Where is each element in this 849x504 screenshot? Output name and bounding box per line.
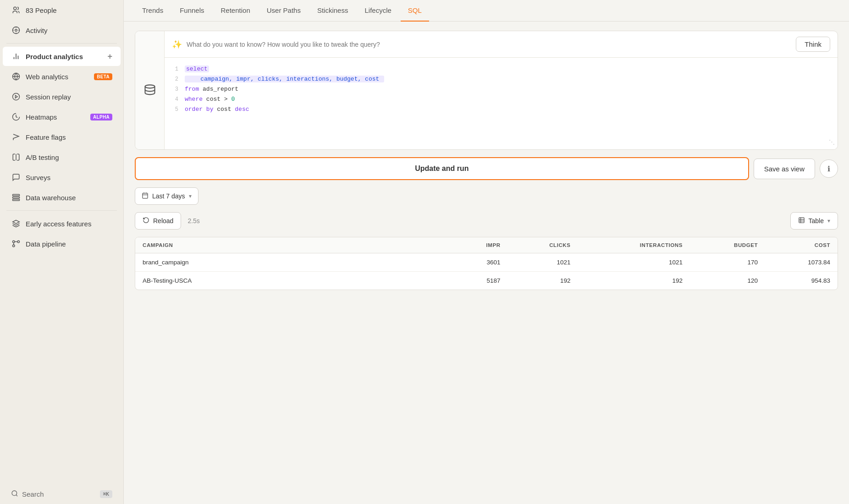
add-analytics-button[interactable]: + <box>107 52 112 61</box>
sidebar-item-label: Feature flags <box>26 133 112 141</box>
query-input-row: ✨ Think <box>165 31 838 58</box>
sidebar-item-label: Activity <box>26 27 112 34</box>
sidebar-item-label: Surveys <box>26 174 112 181</box>
sidebar-item-activity[interactable]: Activity <box>3 21 121 40</box>
cell-interactions: 192 <box>578 272 690 290</box>
divider-2 <box>6 210 117 211</box>
cell-impr: 5187 <box>451 272 507 290</box>
search-row[interactable]: Search ⌘K <box>3 485 121 503</box>
sidebar-item-web-analytics[interactable]: Web analytics BETA <box>3 67 121 86</box>
sidebar-item-label: A/B testing <box>26 153 112 161</box>
flag-icon <box>11 132 21 142</box>
cell-clicks: 1021 <box>508 253 578 272</box>
table-view-button[interactable]: Table ▾ <box>790 212 838 230</box>
col-header-cost[interactable]: COST <box>765 237 838 253</box>
replay-icon <box>11 92 21 102</box>
col-header-budget[interactable]: BUDGET <box>690 237 765 253</box>
save-view-button[interactable]: Save as view <box>754 159 815 179</box>
ab-icon <box>11 152 21 162</box>
cell-interactions: 1021 <box>578 253 690 272</box>
sidebar-item-data-pipeline[interactable]: Data pipeline <box>3 234 121 253</box>
query-timing: 2.5s <box>187 217 199 225</box>
cell-budget: 120 <box>690 272 765 290</box>
svg-rect-21 <box>143 193 148 198</box>
sidebar-item-label: Session replay <box>26 93 112 101</box>
sidebar: 83 People Activity Product analytics + W… <box>0 0 124 504</box>
code-line-3: 3 from ads_report <box>172 84 830 94</box>
alpha-badge: ALPHA <box>90 114 112 121</box>
data-table-wrapper: CAMPAIGN IMPR CLICKS INTERACTIONS BUDGET… <box>135 237 838 290</box>
table-icon <box>798 217 805 225</box>
cell-clicks: 192 <box>508 272 578 290</box>
search-icon <box>11 490 18 499</box>
query-right: ✨ Think 1 select 2 campaign, <box>165 31 838 149</box>
sidebar-item-label: Data warehouse <box>26 194 112 202</box>
table-row[interactable]: brand_campaign 3601 1021 1021 170 1073.8… <box>135 253 838 272</box>
results-table: CAMPAIGN IMPR CLICKS INTERACTIONS BUDGET… <box>135 237 838 290</box>
reload-label: Reload <box>153 217 173 225</box>
people-icon <box>11 5 21 15</box>
action-bar: Update and run Save as view ℹ <box>135 157 838 180</box>
sidebar-item-surveys[interactable]: Surveys <box>3 168 121 187</box>
query-input[interactable] <box>187 41 791 48</box>
tabs-bar: Trends Funnels Retention User Paths Stic… <box>124 0 849 22</box>
cell-impr: 3601 <box>451 253 507 272</box>
code-line-2: 2 campaign, impr, clicks, interactions, … <box>172 74 830 84</box>
sidebar-item-heatmaps[interactable]: Heatmaps ALPHA <box>3 107 121 126</box>
beta-badge: BETA <box>94 73 112 80</box>
cell-campaign: AB-Testing-USCA <box>135 272 451 290</box>
reload-button[interactable]: Reload <box>135 212 181 230</box>
code-line-1: 1 select <box>172 64 830 74</box>
update-run-button[interactable]: Update and run <box>135 157 749 180</box>
ai-sparkle-icon: ✨ <box>172 39 182 49</box>
cell-cost: 954.83 <box>765 272 838 290</box>
tab-lifecycle[interactable]: Lifecycle <box>357 0 398 22</box>
tab-stickiness[interactable]: Stickiness <box>310 0 356 22</box>
col-header-impr[interactable]: IMPR <box>451 237 507 253</box>
sidebar-item-early-access[interactable]: Early access features <box>3 214 121 233</box>
col-header-clicks[interactable]: CLICKS <box>508 237 578 253</box>
code-line-5: 5 order by cost desc <box>172 104 830 115</box>
svg-rect-14 <box>13 199 20 201</box>
svg-marker-9 <box>16 95 18 98</box>
tab-retention[interactable]: Retention <box>214 0 258 22</box>
svg-point-18 <box>12 491 17 496</box>
content-area: ✨ Think 1 select 2 campaign, <box>124 22 849 504</box>
db-icon-box[interactable] <box>135 31 165 149</box>
info-button[interactable]: ℹ <box>820 159 838 178</box>
sidebar-item-feature-flags[interactable]: Feature flags <box>3 127 121 147</box>
sidebar-item-product-analytics[interactable]: Product analytics + <box>3 47 121 66</box>
results-bar: Reload 2.5s Table ▾ <box>135 212 838 230</box>
chevron-down-icon: ▾ <box>189 193 192 199</box>
think-button[interactable]: Think <box>796 37 830 52</box>
tab-sql[interactable]: SQL <box>401 0 429 22</box>
sidebar-item-session-replay[interactable]: Session replay <box>3 87 121 106</box>
sidebar-item-ab-testing[interactable]: A/B testing <box>3 148 121 167</box>
sidebar-item-label: Data pipeline <box>26 240 112 248</box>
svg-line-19 <box>16 495 17 496</box>
sidebar-item-data-warehouse[interactable]: Data warehouse <box>3 188 121 207</box>
tab-trends[interactable]: Trends <box>135 0 171 22</box>
tab-user-paths[interactable]: User Paths <box>259 0 308 22</box>
sidebar-item-label: Heatmaps <box>26 113 86 121</box>
svg-rect-13 <box>13 197 20 198</box>
sidebar-item-people[interactable]: 83 People <box>3 0 121 20</box>
sidebar-item-label: Product analytics <box>26 53 103 60</box>
filter-row: Last 7 days ▾ <box>135 187 838 205</box>
svg-point-8 <box>13 93 20 100</box>
col-header-campaign[interactable]: CAMPAIGN <box>135 237 451 253</box>
table-row[interactable]: AB-Testing-USCA 5187 192 192 120 954.83 <box>135 272 838 290</box>
date-filter-button[interactable]: Last 7 days ▾ <box>135 187 198 205</box>
code-editor[interactable]: 1 select 2 campaign, impr, clicks, inter… <box>165 58 838 149</box>
resize-handle[interactable]: ⋱ <box>829 137 835 148</box>
early-access-icon <box>11 219 21 229</box>
tab-funnels[interactable]: Funnels <box>172 0 211 22</box>
svg-point-15 <box>13 241 15 243</box>
chevron-down-icon-table: ▾ <box>827 218 830 224</box>
table-view-label: Table <box>809 217 824 225</box>
search-label: Search <box>22 490 44 498</box>
pipeline-icon <box>11 239 21 249</box>
calendar-icon <box>142 192 149 200</box>
col-header-interactions[interactable]: INTERACTIONS <box>578 237 690 253</box>
sidebar-item-label: Web analytics <box>26 73 89 81</box>
